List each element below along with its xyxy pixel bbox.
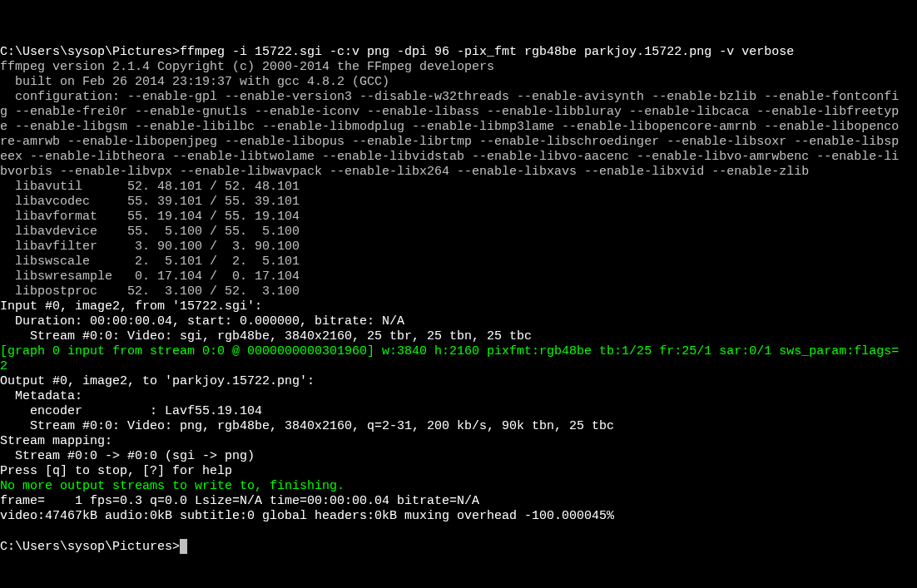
terminal-output[interactable]: C:\Users\sysop\Pictures>ffmpeg -i 15722.… [0,45,917,555]
lib-line: libavutil 52. 48.101 / 52. 48.101 [0,180,300,194]
frame-line: frame= 1 fps=0.3 q=0.0 Lsize=N/A time=00… [0,494,479,508]
stream-mapping: Stream mapping: [0,434,112,448]
stream-map-line: Stream #0:0 -> #0:0 (sgi -> png) [0,449,255,463]
input-duration: Duration: 00:00:00.04, start: 0.000000, … [0,314,404,329]
lib-line: libavformat 55. 19.104 / 55. 19.104 [0,210,300,224]
output-header: Output #0, image2, to 'parkjoy.15722.png… [0,374,315,388]
finishing-line: No more output streams to write to, fini… [0,479,344,493]
ffmpeg-banner: ffmpeg version 2.1.4 Copyright (c) 2000-… [0,60,494,74]
lib-line: libswscale 2. 5.101 / 2. 5.101 [0,254,300,269]
cursor [180,539,187,554]
built-line: built on Feb 26 2014 23:19:37 with gcc 4… [0,75,389,89]
encoder-line: encoder : Lavf55.19.104 [0,404,262,418]
lib-line: libswresample 0. 17.104 / 0. 17.104 [0,269,300,284]
output-stream: Stream #0:0: Video: png, rgb48be, 3840x2… [0,419,614,433]
lib-line: libavdevice 55. 5.100 / 55. 5.100 [0,225,300,239]
lib-line: libpostproc 52. 3.100 / 52. 3.100 [0,284,300,299]
graph-line: [graph 0 input from stream 0:0 @ 0000000… [0,344,899,373]
press-help: Press [q] to stop, [?] for help [0,464,232,478]
metadata-label: Metadata: [0,389,82,403]
video-summary: video:47467kB audio:0kB subtitle:0 globa… [0,509,614,523]
lib-line: libavcodec 55. 39.101 / 55. 39.101 [0,195,300,209]
prompt: C:\Users\sysop\Pictures> [0,540,180,554]
lib-line: libavfilter 3. 90.100 / 3. 90.100 [0,240,300,254]
command-text: C:\Users\sysop\Pictures>ffmpeg -i 15722.… [0,45,794,59]
input-header: Input #0, image2, from '15722.sgi': [0,299,262,314]
input-stream: Stream #0:0: Video: sgi, rgb48be, 3840x2… [0,329,532,343]
config-line: configuration: --enable-gpl --enable-ver… [0,90,899,179]
